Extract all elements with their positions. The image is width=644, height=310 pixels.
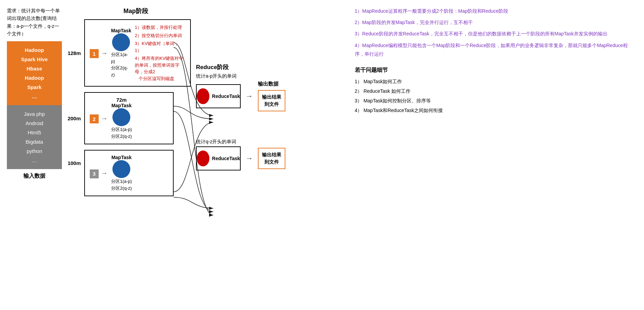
output-box-2: 输出结果到文件 — [258, 148, 285, 169]
input-data-label: 输入数据 — [7, 173, 62, 180]
reduce-stage-title: Reduce阶段 — [196, 64, 229, 70]
requirement-text: 需求：统计其中每一个单词出现的总次数(查询结果：a-p一个文件，q-z一个文件） — [7, 7, 62, 38]
reduce-task-label-1: ReduceTask — [212, 93, 240, 99]
gray-data-box: Java phpAndroidHtml5Bigdatapython… — [7, 105, 62, 169]
reduce-stage-area: Reduce阶段 统计a-p开头的单词 ReduceTask → 输出数据 输出… — [196, 19, 285, 170]
reduce-desc-1: 统计a-p开头的单词 — [196, 73, 285, 79]
blue-circle-1 — [112, 33, 130, 51]
size-100m: 100m — [65, 160, 81, 166]
details-title: 若干问题细节 — [355, 67, 637, 74]
step-4: 4）将所有的KV键值对中的单词，按照单词首字母，分成2 个分区溢写到磁盘 — [135, 55, 185, 82]
reduce-stage-title-area: Reduce阶段 — [196, 63, 285, 71]
partition-2b: 分区2(q-z) — [111, 133, 132, 140]
badge-2: 2 — [90, 114, 99, 123]
partition-3b: 分区2(q-z) — [111, 185, 132, 192]
red-circle-1 — [197, 88, 209, 104]
detail-3: 3） MapTask如何控制分区、排序等 — [355, 96, 637, 106]
reduce-box-1: ReduceTask — [196, 84, 241, 108]
blue-circle-3 — [112, 160, 130, 178]
red-circle-2 — [197, 151, 209, 166]
map-box-3: 3 → MapTask 分区1(a-p) 分区2(q-z) — [84, 150, 174, 196]
reduce-task-label-2: ReduceTask — [212, 156, 240, 161]
blue-circle-2 — [112, 108, 130, 126]
note-1: 1）MapReduce运算程序一般需要分成2个阶段：Map阶段和Reduce阶段 — [355, 7, 637, 15]
partition-2a: 分区1(a-p) — [111, 126, 132, 133]
reduce-row-2: ReduceTask → 输出结果到文件 — [196, 146, 285, 170]
detail-2: 2） ReduceTask 如何工作 — [355, 86, 637, 96]
step-2: 2）按空格切分行内单词 — [135, 32, 185, 39]
badge-1: 1 — [90, 49, 99, 58]
map-box-2: 2 → 72m MapTask 分区1(a-p) 分区2(q-z) — [84, 92, 174, 144]
main-notes-section: 1）MapReduce运算程序一般需要分成2个阶段：Map阶段和Reduce阶段… — [355, 7, 637, 61]
details-list: 1） MapTask如何工作 2） ReduceTask 如何工作 3） Map… — [355, 77, 637, 115]
left-panel: 需求：统计其中每一个单词出现的总次数(查询结果：a-p一个文件，q-z一个文件）… — [7, 7, 62, 303]
size-128m: 128m — [65, 50, 84, 56]
maptask-label-1: MapTask — [111, 28, 131, 33]
partition-1b: 分区2(q-z) — [111, 65, 131, 78]
map-stage-title: Map阶段 — [83, 7, 189, 15]
size-200m: 200m — [65, 115, 81, 121]
output-box-1: 输出结果到文件 — [258, 90, 285, 111]
reduce-desc-2: 统计q-z开头的单词 — [196, 139, 285, 145]
right-panel: 1）MapReduce运算程序一般需要分成2个阶段：Map阶段和Reduce阶段… — [351, 7, 637, 303]
step-3: 3）KV键值对（单词，1） — [135, 40, 185, 54]
reduce-row-1: ReduceTask → 输出数据 输出结果到文件 — [196, 81, 285, 111]
map-box-1: 1 → MapTask 分区1(a-p) 分区2(q-z) — [84, 19, 191, 87]
reduce-box-2: ReduceTask — [196, 146, 241, 170]
partition-3a: 分区1(a-p) — [111, 178, 132, 185]
note-3: 3）Reduce阶段的并发ReduceTask，完全互不相干，但是他们的数据依赖… — [355, 30, 637, 38]
partition-1a: 分区1(a-p) — [111, 51, 131, 65]
maptask-label-3: MapTask — [111, 155, 132, 160]
maptask-label-2: MapTask — [111, 103, 132, 108]
note-2: 2）Map阶段的并发MapTask，完全并行运行，互不相干 — [355, 18, 637, 27]
orange-data-box: HadoopSpark HiveHbaseHadoopSpark… — [7, 41, 62, 105]
detail-1: 1） MapTask如何工作 — [355, 77, 637, 86]
step-1: 1）读数据，并按行处理 — [135, 24, 185, 31]
note-4: 4）MapReduce编程模型只能包含一个Map阶段和一个Reduce阶段，如果… — [355, 41, 637, 58]
size-72m: 72m — [116, 97, 127, 103]
detail-4: 4） MapTask和ReduceTask之间如何衔接 — [355, 106, 637, 115]
map-instructions: 1）读数据，并按行处理 2）按空格切分行内单词 3）KV键值对（单词，1） 4）… — [135, 24, 185, 82]
badge-3: 3 — [90, 169, 99, 178]
output-data-title-1: 输出数据 — [258, 81, 279, 87]
